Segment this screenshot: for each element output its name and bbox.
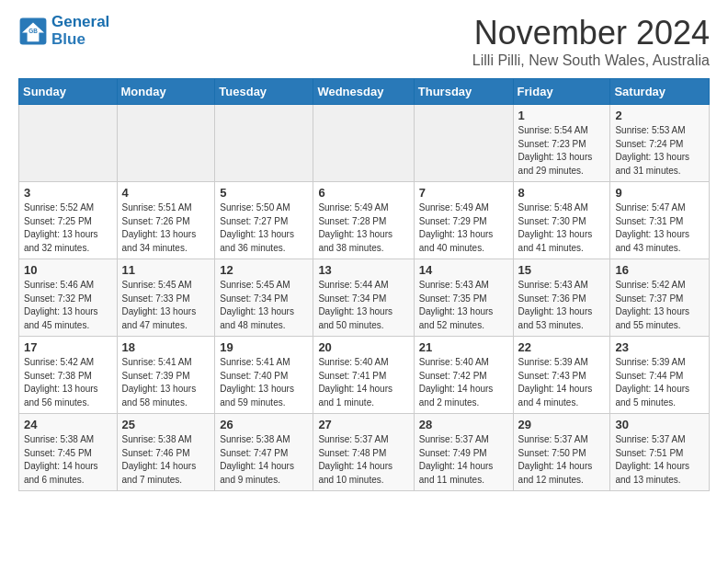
calendar-header: SundayMondayTuesdayWednesdayThursdayFrid… [19, 79, 710, 105]
calendar-cell: 25Sunrise: 5:38 AM Sunset: 7:46 PM Dayli… [117, 414, 215, 491]
calendar-cell: 6Sunrise: 5:49 AM Sunset: 7:28 PM Daylig… [313, 182, 414, 259]
calendar-cell [117, 105, 215, 182]
calendar-cell: 15Sunrise: 5:43 AM Sunset: 7:36 PM Dayli… [513, 259, 610, 337]
header-row: SundayMondayTuesdayWednesdayThursdayFrid… [19, 79, 710, 105]
day-info: Sunrise: 5:48 AM Sunset: 7:30 PM Dayligh… [518, 201, 606, 255]
logo-general: General [51, 13, 109, 30]
page: GB General Blue November 2024 Lilli Pill… [0, 0, 728, 563]
calendar-cell: 4Sunrise: 5:51 AM Sunset: 7:26 PM Daylig… [117, 182, 215, 259]
day-info: Sunrise: 5:37 AM Sunset: 7:49 PM Dayligh… [419, 433, 508, 487]
day-number: 29 [518, 418, 606, 431]
calendar-cell: 16Sunrise: 5:42 AM Sunset: 7:37 PM Dayli… [610, 259, 710, 337]
calendar-cell: 22Sunrise: 5:39 AM Sunset: 7:43 PM Dayli… [513, 337, 610, 414]
day-number: 13 [318, 263, 408, 277]
calendar-cell: 23Sunrise: 5:39 AM Sunset: 7:44 PM Dayli… [610, 337, 710, 414]
calendar-cell: 1Sunrise: 5:54 AM Sunset: 7:23 PM Daylig… [513, 105, 610, 182]
calendar-cell: 26Sunrise: 5:38 AM Sunset: 7:47 PM Dayli… [215, 414, 313, 491]
header-day-sunday: Sunday [19, 79, 118, 105]
day-number: 26 [220, 418, 308, 431]
day-info: Sunrise: 5:39 AM Sunset: 7:44 PM Dayligh… [615, 356, 704, 409]
calendar-cell: 8Sunrise: 5:48 AM Sunset: 7:30 PM Daylig… [513, 182, 610, 259]
day-number: 21 [419, 340, 508, 354]
calendar-cell [313, 105, 414, 182]
calendar-cell: 3Sunrise: 5:52 AM Sunset: 7:25 PM Daylig… [19, 182, 118, 259]
header-day-monday: Monday [117, 79, 215, 105]
day-info: Sunrise: 5:43 AM Sunset: 7:35 PM Dayligh… [419, 279, 508, 332]
day-number: 23 [615, 340, 704, 354]
svg-text:GB: GB [28, 28, 38, 34]
day-number: 4 [122, 186, 210, 200]
calendar-cell: 28Sunrise: 5:37 AM Sunset: 7:49 PM Dayli… [414, 414, 513, 491]
day-info: Sunrise: 5:42 AM Sunset: 7:38 PM Dayligh… [24, 356, 112, 409]
day-info: Sunrise: 5:51 AM Sunset: 7:26 PM Dayligh… [122, 201, 210, 255]
day-info: Sunrise: 5:49 AM Sunset: 7:29 PM Dayligh… [419, 201, 508, 255]
day-info: Sunrise: 5:53 AM Sunset: 7:24 PM Dayligh… [615, 124, 704, 178]
calendar-cell [215, 105, 313, 182]
header-day-saturday: Saturday [610, 79, 710, 105]
day-info: Sunrise: 5:47 AM Sunset: 7:31 PM Dayligh… [615, 201, 704, 255]
day-number: 11 [122, 263, 210, 277]
day-number: 2 [615, 109, 704, 122]
day-info: Sunrise: 5:40 AM Sunset: 7:42 PM Dayligh… [419, 356, 508, 409]
day-info: Sunrise: 5:37 AM Sunset: 7:50 PM Dayligh… [518, 433, 606, 487]
day-info: Sunrise: 5:37 AM Sunset: 7:51 PM Dayligh… [615, 433, 704, 487]
day-number: 17 [24, 340, 112, 354]
calendar-cell: 10Sunrise: 5:46 AM Sunset: 7:32 PM Dayli… [19, 259, 118, 337]
day-info: Sunrise: 5:50 AM Sunset: 7:27 PM Dayligh… [220, 201, 308, 255]
week-row-4: 17Sunrise: 5:42 AM Sunset: 7:38 PM Dayli… [19, 337, 710, 414]
day-number: 28 [419, 418, 508, 431]
day-number: 6 [318, 186, 408, 200]
calendar-cell: 11Sunrise: 5:45 AM Sunset: 7:33 PM Dayli… [117, 259, 215, 337]
calendar-cell: 19Sunrise: 5:41 AM Sunset: 7:40 PM Dayli… [215, 337, 313, 414]
day-number: 10 [24, 263, 112, 277]
day-number: 5 [220, 186, 308, 200]
day-number: 9 [615, 186, 704, 200]
day-info: Sunrise: 5:38 AM Sunset: 7:46 PM Dayligh… [122, 433, 210, 487]
day-info: Sunrise: 5:42 AM Sunset: 7:37 PM Dayligh… [615, 279, 704, 332]
day-number: 16 [615, 263, 704, 277]
day-number: 18 [122, 340, 210, 354]
day-info: Sunrise: 5:37 AM Sunset: 7:48 PM Dayligh… [318, 433, 408, 487]
calendar-cell: 30Sunrise: 5:37 AM Sunset: 7:51 PM Dayli… [610, 414, 710, 491]
title-block: November 2024 Lilli Pilli, New South Wal… [472, 14, 710, 69]
calendar-cell [19, 105, 118, 182]
calendar-cell: 5Sunrise: 5:50 AM Sunset: 7:27 PM Daylig… [215, 182, 313, 259]
logo-blue: Blue [51, 30, 85, 48]
header-day-thursday: Thursday [414, 79, 513, 105]
day-number: 8 [518, 186, 606, 200]
day-number: 19 [220, 340, 308, 354]
header-day-friday: Friday [513, 79, 610, 105]
day-info: Sunrise: 5:39 AM Sunset: 7:43 PM Dayligh… [518, 356, 606, 409]
day-number: 22 [518, 340, 606, 354]
calendar-cell: 9Sunrise: 5:47 AM Sunset: 7:31 PM Daylig… [610, 182, 710, 259]
day-info: Sunrise: 5:38 AM Sunset: 7:47 PM Dayligh… [220, 433, 308, 487]
day-number: 25 [122, 418, 210, 431]
day-info: Sunrise: 5:41 AM Sunset: 7:40 PM Dayligh… [220, 356, 308, 409]
subtitle: Lilli Pilli, New South Wales, Australia [472, 52, 710, 69]
day-number: 7 [419, 186, 508, 200]
logo: GB General Blue [18, 14, 109, 48]
day-number: 27 [318, 418, 408, 431]
day-number: 1 [518, 109, 606, 122]
day-info: Sunrise: 5:41 AM Sunset: 7:39 PM Dayligh… [122, 356, 210, 409]
day-info: Sunrise: 5:45 AM Sunset: 7:34 PM Dayligh… [220, 279, 308, 332]
header: GB General Blue November 2024 Lilli Pill… [18, 14, 710, 69]
calendar-cell [414, 105, 513, 182]
day-info: Sunrise: 5:46 AM Sunset: 7:32 PM Dayligh… [24, 279, 112, 332]
week-row-2: 3Sunrise: 5:52 AM Sunset: 7:25 PM Daylig… [19, 182, 710, 259]
calendar-table: SundayMondayTuesdayWednesdayThursdayFrid… [18, 78, 710, 491]
day-number: 24 [24, 418, 112, 431]
day-number: 3 [24, 186, 112, 200]
calendar-cell: 24Sunrise: 5:38 AM Sunset: 7:45 PM Dayli… [19, 414, 118, 491]
day-info: Sunrise: 5:45 AM Sunset: 7:33 PM Dayligh… [122, 279, 210, 332]
calendar-cell: 14Sunrise: 5:43 AM Sunset: 7:35 PM Dayli… [414, 259, 513, 337]
day-info: Sunrise: 5:49 AM Sunset: 7:28 PM Dayligh… [318, 201, 408, 255]
day-number: 14 [419, 263, 508, 277]
calendar-cell: 7Sunrise: 5:49 AM Sunset: 7:29 PM Daylig… [414, 182, 513, 259]
day-number: 30 [615, 418, 704, 431]
day-info: Sunrise: 5:44 AM Sunset: 7:34 PM Dayligh… [318, 279, 408, 332]
day-info: Sunrise: 5:54 AM Sunset: 7:23 PM Dayligh… [518, 124, 606, 178]
day-info: Sunrise: 5:38 AM Sunset: 7:45 PM Dayligh… [24, 433, 112, 487]
calendar-cell: 27Sunrise: 5:37 AM Sunset: 7:48 PM Dayli… [313, 414, 414, 491]
day-info: Sunrise: 5:52 AM Sunset: 7:25 PM Dayligh… [24, 201, 112, 255]
